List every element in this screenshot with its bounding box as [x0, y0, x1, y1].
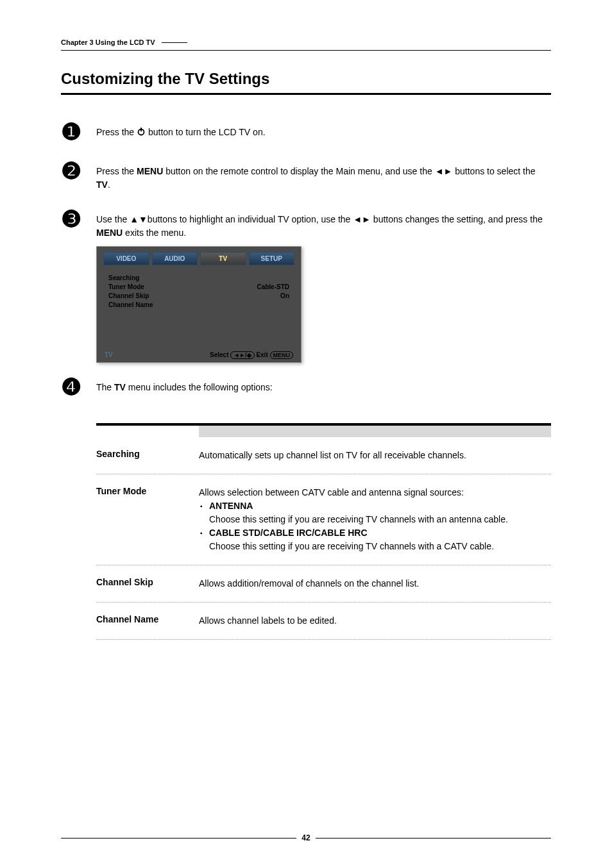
- step-2: ❷ Press the MENU button on the remote co…: [61, 160, 551, 192]
- menu-row: Searching: [108, 274, 289, 281]
- step-number: ❸: [61, 208, 96, 231]
- option-row-searching: Searching Automatically sets up channel …: [96, 437, 551, 474]
- option-desc: Allows selection between CATV cable and …: [199, 486, 551, 553]
- tab-audio: AUDIO: [152, 252, 198, 265]
- tab-setup: SETUP: [249, 252, 295, 265]
- tab-tv: TV: [200, 252, 246, 265]
- option-label: Tuner Mode: [96, 486, 199, 553]
- option-row-name: Channel Name Allows channel labels to be…: [96, 603, 551, 640]
- menu-row: Channel Skip On: [108, 292, 289, 299]
- option-desc: Allows addition/removal of channels on t…: [199, 577, 551, 590]
- option-desc: Allows channel labels to be edited.: [199, 614, 551, 628]
- tv-menu-image: VIDEO AUDIO TV SETUP Searching Tuner Mod…: [96, 246, 551, 363]
- step-body: Press the button to turn the LCD TV on.: [96, 121, 551, 140]
- menu-box: VIDEO AUDIO TV SETUP Searching Tuner Mod…: [96, 246, 302, 363]
- chapter-header: Chapter 3 Using the LCD TV: [61, 38, 551, 46]
- table-header-bar: [199, 426, 551, 437]
- step-number: ❶: [61, 121, 96, 144]
- tab-video: VIDEO: [103, 252, 149, 265]
- chapter-text: Chapter 3 Using the LCD TV: [61, 38, 155, 46]
- header-dash: [162, 42, 187, 43]
- footer-right: Select ◄►/◆ Exit MENU: [210, 351, 293, 358]
- page-title: Customizing the TV Settings: [61, 70, 551, 88]
- menu-tabs: VIDEO AUDIO TV SETUP: [97, 247, 301, 265]
- step-body: Use the ▲▼buttons to highlight an indivi…: [96, 208, 551, 240]
- step-number: ❷: [61, 160, 96, 183]
- step-3: ❸ Use the ▲▼buttons to highlight an indi…: [61, 208, 551, 240]
- header-underline: [61, 50, 551, 51]
- option-label: Channel Skip: [96, 577, 199, 590]
- menu-row: Channel Name: [108, 301, 289, 308]
- option-row-tuner: Tuner Mode Allows selection between CATV…: [96, 474, 551, 565]
- step-body: The TV menu includes the following optio…: [96, 376, 551, 394]
- step-body: Press the MENU button on the remote cont…: [96, 160, 551, 192]
- step-4: ❹ The TV menu includes the following opt…: [61, 376, 551, 407]
- footer-line: [316, 838, 551, 839]
- footer-left: TV: [105, 351, 113, 358]
- step-number: ❹: [61, 376, 96, 399]
- page-number: 42: [296, 833, 315, 842]
- footer-line: [61, 838, 296, 839]
- title-underline: [61, 93, 551, 95]
- option-label: Searching: [96, 449, 199, 462]
- option-desc: Automatically sets up channel list on TV…: [199, 449, 551, 462]
- power-icon: [137, 126, 146, 140]
- menu-footer: TV Select ◄►/◆ Exit MENU: [97, 349, 301, 362]
- options-container: Searching Automatically sets up channel …: [96, 423, 551, 640]
- menu-content: Searching Tuner Mode Cable-STD Channel S…: [97, 265, 301, 349]
- option-label: Channel Name: [96, 614, 199, 628]
- page-footer: 42: [61, 833, 551, 842]
- step-1: ❶ Press the button to turn the LCD TV on…: [61, 121, 551, 144]
- option-row-skip: Channel Skip Allows addition/removal of …: [96, 565, 551, 603]
- options-table: Searching Automatically sets up channel …: [96, 423, 551, 640]
- menu-row: Tuner Mode Cable-STD: [108, 283, 289, 290]
